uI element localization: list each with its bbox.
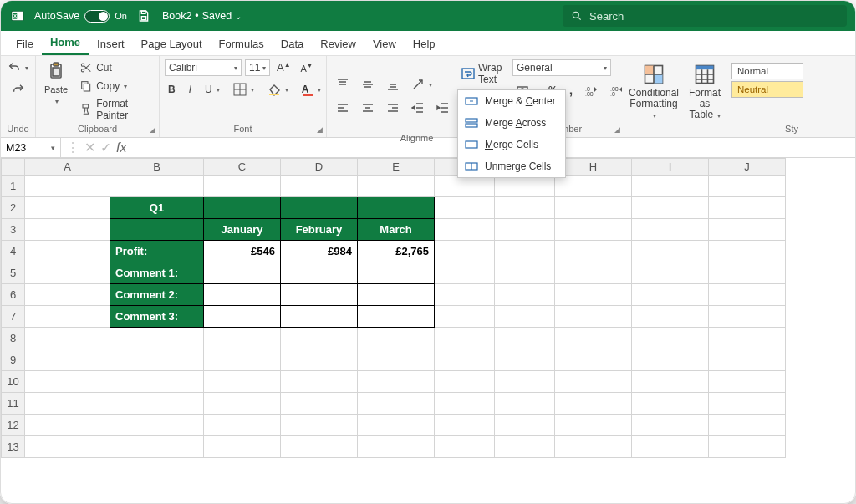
number-launcher[interactable]: ◢ xyxy=(614,125,620,134)
cell[interactable] xyxy=(358,306,435,328)
row-header[interactable]: 6 xyxy=(2,284,25,306)
cell-style-neutral[interactable]: Neutral xyxy=(731,81,803,98)
tab-page-layout[interactable]: Page Layout xyxy=(133,33,211,55)
align-top-button[interactable] xyxy=(332,75,354,94)
cell[interactable] xyxy=(358,197,435,219)
cell[interactable] xyxy=(281,306,358,328)
merge-across-option[interactable]: Merge Across xyxy=(458,112,565,134)
format-painter-button[interactable]: Format Painter xyxy=(76,96,154,123)
col-header[interactable]: E xyxy=(358,159,435,176)
align-left-button[interactable] xyxy=(332,99,354,117)
cell[interactable]: Comment 1: xyxy=(110,262,204,284)
fill-color-button[interactable]: ▾ xyxy=(264,81,292,98)
row-header[interactable]: 7 xyxy=(2,306,25,328)
cell[interactable] xyxy=(204,197,281,219)
format-as-table-button[interactable]: Format asTable ▾ xyxy=(681,59,728,123)
tab-view[interactable]: View xyxy=(364,33,405,55)
orientation-button[interactable]: ▾ xyxy=(407,75,436,94)
tab-help[interactable]: Help xyxy=(405,33,444,55)
cell[interactable]: £2,765 xyxy=(358,241,435,262)
undo-button[interactable]: ▾ xyxy=(4,59,32,76)
font-color-button[interactable]: A▾ xyxy=(298,82,325,98)
underline-button[interactable]: U▾ xyxy=(201,82,223,97)
row-header[interactable]: 11 xyxy=(2,393,25,415)
font-name-dropdown[interactable]: Calibri▾ xyxy=(165,59,242,76)
name-box[interactable]: M23▾ xyxy=(1,138,61,157)
cell[interactable]: January xyxy=(204,219,281,241)
copy-button[interactable]: Copy▾ xyxy=(76,78,154,94)
cell[interactable] xyxy=(204,262,281,284)
col-header[interactable]: D xyxy=(281,159,358,176)
fx-label[interactable]: fx xyxy=(116,140,126,155)
tab-formulas[interactable]: Formulas xyxy=(211,33,273,55)
row-header[interactable]: 10 xyxy=(2,371,25,393)
cell[interactable] xyxy=(358,262,435,284)
cell[interactable] xyxy=(204,284,281,306)
merge-center-option[interactable]: Merge & Center xyxy=(458,90,565,112)
cell[interactable]: Profit: xyxy=(110,241,204,262)
paste-button[interactable]: Paste ▾ xyxy=(41,59,71,123)
col-header[interactable]: B xyxy=(110,159,204,176)
redo-button[interactable] xyxy=(8,81,28,98)
align-middle-button[interactable] xyxy=(357,75,379,94)
row-header[interactable]: 3 xyxy=(2,219,25,241)
row-header[interactable]: 9 xyxy=(2,349,25,371)
cell[interactable] xyxy=(281,284,358,306)
tab-home[interactable]: Home xyxy=(42,31,89,55)
cell[interactable]: Comment 3: xyxy=(110,306,204,328)
font-size-dropdown[interactable]: 11▾ xyxy=(245,59,270,76)
decrease-decimal-button[interactable]: .00.0 xyxy=(606,82,626,99)
enter-formula-icon[interactable]: ✓ xyxy=(100,140,111,155)
align-right-button[interactable] xyxy=(382,99,404,117)
cell[interactable]: February xyxy=(281,219,358,241)
row-header[interactable]: 2 xyxy=(2,197,25,219)
cancel-formula-icon[interactable]: ✕ xyxy=(84,140,95,155)
cell[interactable]: March xyxy=(358,219,435,241)
cell[interactable] xyxy=(358,284,435,306)
cell[interactable] xyxy=(281,197,358,219)
increase-indent-button[interactable] xyxy=(432,99,454,117)
decrease-indent-button[interactable] xyxy=(407,99,429,117)
autosave-toggle[interactable]: AutoSave On xyxy=(34,10,127,23)
cell[interactable] xyxy=(204,306,281,328)
cell[interactable]: Comment 2: xyxy=(110,284,204,306)
cell[interactable]: £546 xyxy=(204,241,281,262)
number-format-dropdown[interactable]: General▾ xyxy=(512,59,611,76)
row-header[interactable]: 1 xyxy=(2,176,25,197)
align-center-button[interactable] xyxy=(357,99,379,117)
col-header[interactable]: A xyxy=(25,159,110,176)
tab-data[interactable]: Data xyxy=(273,33,312,55)
increase-font-button[interactable]: A▲ xyxy=(273,59,294,75)
cut-button[interactable]: Cut xyxy=(76,59,154,76)
merge-cells-option[interactable]: Merge Cells xyxy=(458,134,565,155)
row-header[interactable]: 13 xyxy=(2,436,25,458)
row-header[interactable]: 5 xyxy=(2,262,25,284)
row-header[interactable]: 8 xyxy=(2,328,25,349)
conditional-formatting-button[interactable]: ConditionalFormatting ▾ xyxy=(629,59,678,123)
cell[interactable] xyxy=(110,219,204,241)
borders-button[interactable]: ▾ xyxy=(230,81,257,98)
col-header[interactable]: H xyxy=(555,159,632,176)
comma-format-button[interactable]: , xyxy=(566,81,576,99)
font-launcher[interactable]: ◢ xyxy=(317,125,323,134)
increase-decimal-button[interactable]: .0.00 xyxy=(581,82,601,99)
clipboard-launcher[interactable]: ◢ xyxy=(150,125,155,134)
tab-file[interactable]: File xyxy=(8,33,42,55)
cell-style-normal[interactable]: Normal xyxy=(731,63,803,79)
cell[interactable]: £984 xyxy=(281,241,358,262)
cell[interactable] xyxy=(281,262,358,284)
spreadsheet-grid[interactable]: A B C D E H I J 1 2 Q1 xyxy=(1,158,855,458)
bold-button[interactable]: B xyxy=(165,82,179,97)
row-header[interactable]: 12 xyxy=(2,415,25,436)
cell[interactable]: Q1 xyxy=(110,197,204,219)
select-all-corner[interactable] xyxy=(2,159,25,176)
col-header[interactable]: I xyxy=(632,159,709,176)
document-title[interactable]: Book2 • Saved ⌄ xyxy=(162,10,242,22)
tab-insert[interactable]: Insert xyxy=(89,33,133,55)
decrease-font-button[interactable]: A▼ xyxy=(298,61,316,75)
col-header[interactable]: J xyxy=(709,159,786,176)
unmerge-cells-option[interactable]: Unmerge Cells xyxy=(458,155,565,177)
search-input[interactable]: Search xyxy=(563,5,847,27)
tab-review[interactable]: Review xyxy=(312,33,364,55)
save-icon[interactable] xyxy=(137,9,150,23)
